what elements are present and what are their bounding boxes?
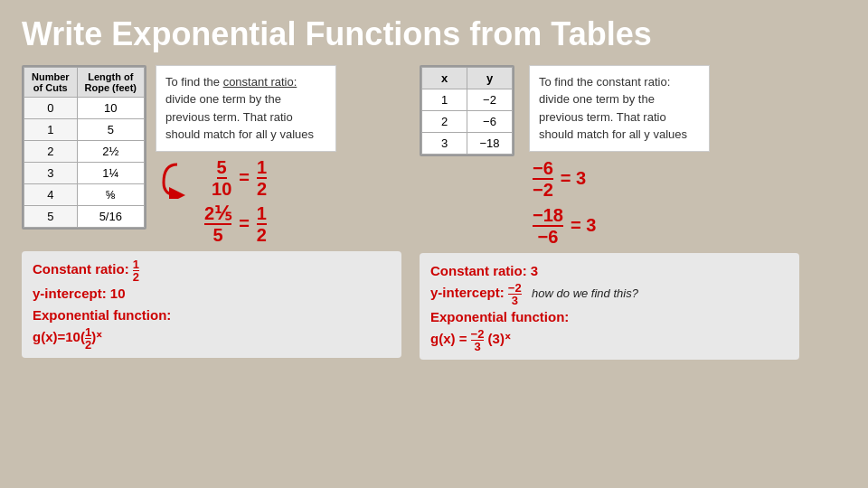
right-fraction-2: −18 −6 — [533, 206, 563, 246]
page-container: Write Exponential Functions from Tables … — [0, 0, 868, 488]
ratio-underline-r: constant ratio: — [597, 75, 671, 89]
cell: 4 — [24, 183, 78, 205]
cell: 1¼ — [77, 162, 144, 183]
left-col-header-2: Length ofRope (feet) — [77, 67, 144, 97]
right-table-wrapper: x y 1−2 2−6 3−18 — [420, 65, 514, 156]
right-equals-2: = 3 — [571, 215, 596, 236]
table-row: 1−2 — [422, 89, 513, 110]
constant-ratio-frac: 1 2 — [133, 258, 139, 283]
right-constant-ratio: Constant ratio: 3 — [430, 263, 538, 278]
cell: −2 — [467, 89, 513, 110]
fraction-denominator: 5 — [213, 225, 223, 244]
exp-fn-suffix: )ˣ — [91, 329, 102, 344]
cell: ⅝ — [77, 183, 144, 205]
left-fraction-2: 1 2 — [257, 158, 267, 198]
cell: 1 — [422, 89, 467, 110]
cell: 5 — [24, 205, 78, 227]
fraction-denominator: 10 — [212, 179, 231, 198]
fraction-denominator: 2 — [257, 225, 267, 244]
ratio-suffix: divide one term by the previous term. Th… — [165, 92, 314, 141]
table-row: 31¼ — [24, 162, 145, 183]
left-table-wrapper: Numberof Cuts Length ofRope (feet) 010 1… — [22, 65, 146, 230]
left-panel: Numberof Cuts Length ofRope (feet) 010 1… — [22, 65, 401, 358]
cell: 1 — [24, 118, 78, 140]
cell: 2 — [24, 140, 78, 162]
right-exp-frac: −2 3 — [471, 328, 485, 352]
table-row: 15 — [24, 118, 145, 140]
fraction-numerator: 2⅕ — [204, 204, 231, 225]
fraction-numerator: 1 — [257, 204, 267, 225]
cell: −18 — [467, 132, 513, 154]
page-title: Write Exponential Functions from Tables — [22, 16, 846, 52]
how-find-label: how do we find this? — [532, 286, 638, 300]
left-table: Numberof Cuts Length ofRope (feet) 010 1… — [24, 67, 145, 228]
left-ratio-box: To find the constant ratio: divide one t… — [156, 65, 336, 152]
fraction-denominator: −2 — [533, 180, 553, 199]
right-formula-box: Constant ratio: 3 y-intercept: −2 3 how … — [420, 253, 799, 360]
content-area: Numberof Cuts Length ofRope (feet) 010 1… — [22, 65, 846, 360]
right-exp-fn-label: Exponential function: — [430, 309, 569, 324]
left-formula-box: Constant ratio: 1 2 y-intercept: 10 Expo… — [22, 251, 401, 358]
cell: 5 — [77, 118, 144, 140]
table-row: 22½ — [24, 140, 145, 162]
cell: 2 — [422, 110, 467, 132]
right-ratio-box: To find the constant ratio: divide one t… — [529, 65, 710, 152]
right-exp-suffix: (3)ˣ — [488, 331, 511, 346]
table-row: 55/16 — [24, 205, 145, 227]
right-y-int-frac: −2 3 — [508, 282, 522, 306]
right-fraction-1: −6 −2 — [533, 159, 553, 199]
fraction-numerator: 5 — [217, 158, 227, 179]
table-row: 2−6 — [422, 110, 513, 132]
cell: 3 — [422, 132, 467, 154]
right-exp-fn-val: g(x) = — [430, 331, 471, 346]
y-intercept-label: y-intercept: — [33, 286, 110, 301]
cell: 5/16 — [77, 205, 144, 227]
exp-fn-val: g(x)=10( — [33, 329, 85, 344]
left-top: Numberof Cuts Length ofRope (feet) 010 1… — [22, 65, 401, 244]
ratio-prefix: To find the — [165, 75, 223, 89]
table-row: 3−18 — [422, 132, 513, 154]
right-table: x y 1−2 2−6 3−18 — [421, 67, 513, 155]
ratio-suffix-r: divide one term by the previous term. Th… — [539, 92, 687, 141]
exp-fn-label: Exponential function: — [33, 307, 171, 323]
fraction-denominator: −6 — [538, 227, 559, 246]
how-find-text — [525, 286, 532, 300]
left-fraction-3: 2⅕ 5 — [204, 204, 231, 244]
fraction-denominator: 2 — [257, 179, 267, 198]
cell: −6 — [467, 110, 513, 132]
cell: 0 — [24, 97, 78, 118]
right-top: x y 1−2 2−6 3−18 To find t — [420, 65, 799, 246]
right-col-header-y: y — [467, 67, 513, 89]
left-fraction-1: 5 10 — [212, 158, 231, 198]
fraction-numerator: −6 — [533, 159, 553, 180]
cell: 10 — [77, 97, 144, 118]
ratio-underline: constant ratio: — [223, 75, 297, 89]
equals-sign-1: = — [239, 167, 250, 188]
table-row: 010 — [24, 97, 145, 118]
constant-ratio-label: Constant ratio: — [33, 261, 133, 277]
left-col-header-1: Numberof Cuts — [24, 67, 78, 97]
cell: 3 — [24, 162, 78, 183]
y-intercept-val: 10 — [110, 286, 126, 301]
cell: 2½ — [77, 140, 144, 162]
left-fraction-4: 1 2 — [257, 204, 267, 244]
arrow-icon — [159, 157, 204, 199]
right-panel: x y 1−2 2−6 3−18 To find t — [420, 65, 799, 360]
equals-sign-2: = — [239, 213, 250, 234]
right-equals-1: = 3 — [561, 168, 586, 189]
right-col-header-x: x — [422, 67, 467, 89]
fraction-numerator: 1 — [257, 158, 267, 179]
fraction-numerator: −18 — [533, 206, 563, 227]
right-y-intercept-label: y-intercept: — [430, 285, 508, 300]
ratio-prefix-r: To find the — [539, 75, 597, 89]
table-row: 4⅝ — [24, 183, 145, 205]
